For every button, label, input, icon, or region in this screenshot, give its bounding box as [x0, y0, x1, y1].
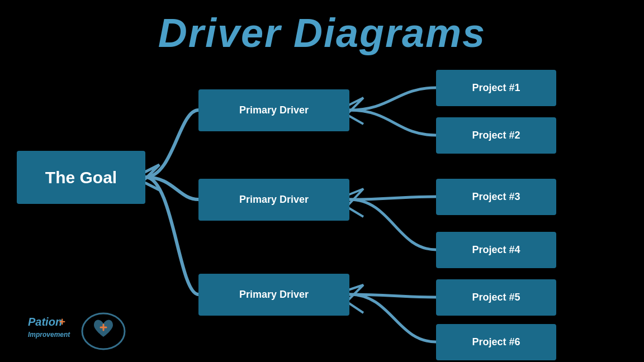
project-5-label: Project #5: [472, 292, 520, 303]
project-6-label: Project #6: [472, 336, 520, 348]
project-4-box: Project #4: [436, 232, 556, 268]
project-2-box: Project #2: [436, 117, 556, 154]
project-1-label: Project #1: [472, 82, 520, 94]
primary-driver-1-box: Primary Driver: [198, 89, 349, 131]
project-5-box: Project #5: [436, 279, 556, 316]
project-3-box: Project #3: [436, 179, 556, 215]
project-2-label: Project #2: [472, 130, 520, 141]
logo-area: Pation + Improvement: [22, 306, 134, 351]
svg-text:+: +: [59, 316, 65, 328]
project-3-label: Project #3: [472, 191, 520, 203]
primary-driver-3-label: Primary Driver: [239, 289, 309, 301]
goal-box: The Goal: [17, 151, 145, 204]
primary-driver-2-label: Primary Driver: [239, 194, 309, 206]
page-title: Driver Diagrams: [0, 0, 644, 56]
goal-label: The Goal: [45, 168, 117, 187]
project-1-box: Project #1: [436, 70, 556, 106]
project-6-box: Project #6: [436, 324, 556, 360]
project-4-label: Project #4: [472, 244, 520, 256]
logo-svg: Pation + Improvement: [22, 306, 129, 351]
svg-text:Improvement: Improvement: [28, 331, 70, 339]
primary-driver-1-label: Primary Driver: [239, 104, 309, 116]
primary-driver-3-box: Primary Driver: [198, 274, 349, 316]
primary-driver-2-box: Primary Driver: [198, 179, 349, 221]
svg-text:Pation: Pation: [28, 316, 62, 328]
